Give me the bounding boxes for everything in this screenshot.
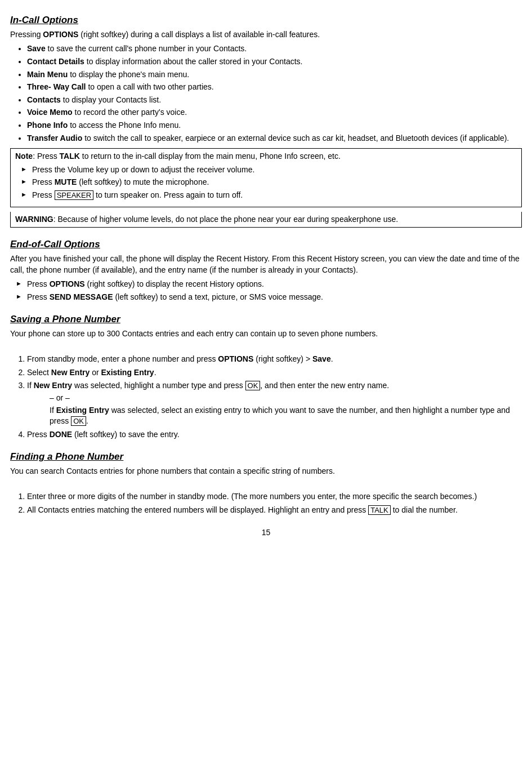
list-item: Contact Details to display information a… bbox=[27, 56, 522, 68]
list-item: Save to save the current call's phone nu… bbox=[27, 43, 522, 55]
ok-box-2: OK bbox=[71, 416, 86, 426]
saving-phone-number-title: Saving a Phone Number bbox=[10, 313, 522, 326]
list-item: Contacts to display your Contacts list. bbox=[27, 95, 522, 106]
in-call-options-list: Save to save the current call's phone nu… bbox=[27, 43, 522, 144]
note-arrows: Press the Volume key up or down to adjus… bbox=[21, 164, 517, 201]
list-item: If New Entry was selected, highlight a n… bbox=[27, 380, 522, 426]
list-item: Press SEND MESSAGE (left softkey) to sen… bbox=[16, 292, 522, 303]
list-item: Press MUTE (left softkey) to mute the mi… bbox=[21, 177, 517, 188]
saving-intro: Your phone can store up to 300 Contacts … bbox=[10, 328, 522, 340]
talk-box: TALK bbox=[368, 505, 391, 515]
note-box: Note: Press TALK to return to the in-cal… bbox=[10, 148, 522, 207]
list-item: Three- Way Call to open a call with two … bbox=[27, 82, 522, 93]
list-item: Press DONE (left softkey) to save the en… bbox=[27, 429, 522, 441]
list-item: Phone Info to access the Phone Info menu… bbox=[27, 120, 522, 131]
list-item: Press OPTIONS (right softkey) to display… bbox=[16, 279, 522, 290]
finding-steps-list: Enter three or more digits of the number… bbox=[27, 491, 522, 515]
end-of-call-options-title: End-of-Call Options bbox=[10, 238, 522, 251]
finding-intro: You can search Contacts entries for phon… bbox=[10, 466, 522, 477]
end-of-call-intro: After you have finished your call, the p… bbox=[10, 253, 522, 275]
list-item: Press SPEAKER to turn speaker on. Press … bbox=[21, 190, 517, 201]
page-number: 15 bbox=[10, 527, 522, 539]
saving-steps-list: From standby mode, enter a phone number … bbox=[27, 354, 522, 440]
in-call-options-title: In-Call Options bbox=[10, 14, 522, 27]
end-of-call-arrows: Press OPTIONS (right softkey) to display… bbox=[16, 279, 522, 303]
warning-box: WARNING: Because of higher volume levels… bbox=[10, 212, 522, 228]
list-item: From standby mode, enter a phone number … bbox=[27, 354, 522, 365]
list-item: Main Menu to display the phone's main me… bbox=[27, 69, 522, 81]
list-item: Press the Volume key up or down to adjus… bbox=[21, 164, 517, 176]
finding-phone-number-title: Finding a Phone Number bbox=[10, 450, 522, 464]
list-item: Voice Memo to record the other party's v… bbox=[27, 107, 522, 118]
note-text: Note: Press TALK to return to the in-cal… bbox=[15, 151, 517, 162]
or-separator: – or – bbox=[50, 393, 522, 404]
list-item: Select New Entry or Existing Entry. bbox=[27, 367, 522, 379]
list-item: Enter three or more digits of the number… bbox=[27, 491, 522, 502]
existing-entry-text: If Existing Entry was selected, select a… bbox=[50, 405, 522, 427]
ok-box-1: OK bbox=[245, 381, 261, 390]
in-call-intro: Pressing OPTIONS (right softkey) during … bbox=[10, 29, 522, 41]
list-item: All Contacts entries matching the entere… bbox=[27, 505, 522, 516]
list-item: Transfer Audio to switch the call to spe… bbox=[27, 133, 522, 144]
speaker-box: SPEAKER bbox=[55, 190, 93, 200]
warning-text: WARNING: Because of higher volume levels… bbox=[15, 214, 517, 225]
